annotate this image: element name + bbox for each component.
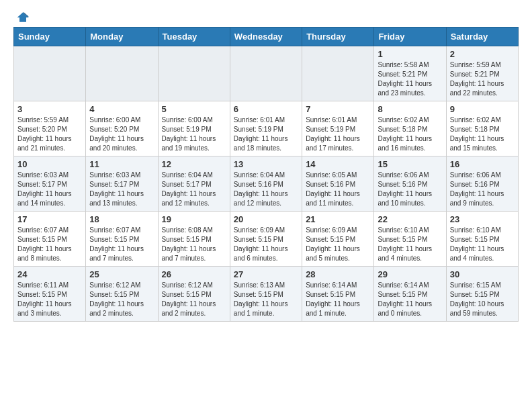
day-info: Sunrise: 6:07 AM Sunset: 5:15 PM Dayligh… [89, 226, 154, 263]
empty-cell [14, 46, 86, 101]
week-row-2: 3Sunrise: 5:59 AM Sunset: 5:20 PM Daylig… [14, 101, 519, 156]
day-cell-19: 19Sunrise: 6:08 AM Sunset: 5:15 PM Dayli… [158, 212, 230, 267]
day-cell-11: 11Sunrise: 6:03 AM Sunset: 5:17 PM Dayli… [86, 156, 158, 212]
day-cell-3: 3Sunrise: 5:59 AM Sunset: 5:20 PM Daylig… [14, 101, 86, 156]
day-cell-7: 7Sunrise: 6:01 AM Sunset: 5:19 PM Daylig… [302, 101, 374, 156]
calendar: SundayMondayTuesdayWednesdayThursdayFrid… [13, 27, 519, 322]
day-number: 2 [450, 49, 515, 59]
day-cell-15: 15Sunrise: 6:06 AM Sunset: 5:16 PM Dayli… [374, 156, 446, 212]
weekday-header-row: SundayMondayTuesdayWednesdayThursdayFrid… [14, 28, 519, 46]
day-number: 9 [450, 104, 515, 114]
day-info: Sunrise: 6:14 AM Sunset: 5:15 PM Dayligh… [378, 281, 442, 318]
day-number: 29 [378, 269, 442, 279]
day-number: 27 [234, 269, 298, 279]
day-info: Sunrise: 6:12 AM Sunset: 5:15 PM Dayligh… [162, 281, 226, 318]
empty-cell [86, 46, 158, 101]
day-info: Sunrise: 6:06 AM Sunset: 5:16 PM Dayligh… [450, 171, 515, 208]
day-number: 16 [450, 159, 515, 169]
day-cell-23: 23Sunrise: 6:10 AM Sunset: 5:15 PM Dayli… [446, 212, 518, 267]
day-info: Sunrise: 5:59 AM Sunset: 5:21 PM Dayligh… [450, 60, 515, 98]
day-info: Sunrise: 6:12 AM Sunset: 5:15 PM Dayligh… [89, 281, 154, 318]
day-number: 20 [234, 214, 298, 224]
day-number: 8 [378, 104, 442, 114]
day-info: Sunrise: 6:05 AM Sunset: 5:16 PM Dayligh… [306, 171, 370, 208]
day-cell-4: 4Sunrise: 6:00 AM Sunset: 5:20 PM Daylig… [86, 101, 158, 156]
day-info: Sunrise: 6:02 AM Sunset: 5:18 PM Dayligh… [378, 116, 442, 153]
week-row-3: 10Sunrise: 6:03 AM Sunset: 5:17 PM Dayli… [14, 156, 519, 212]
header [13, 11, 519, 21]
day-info: Sunrise: 6:00 AM Sunset: 5:19 PM Dayligh… [162, 116, 226, 153]
empty-cell [302, 46, 374, 101]
week-row-5: 24Sunrise: 6:11 AM Sunset: 5:15 PM Dayli… [14, 267, 519, 322]
day-info: Sunrise: 6:10 AM Sunset: 5:15 PM Dayligh… [450, 226, 515, 263]
day-info: Sunrise: 6:00 AM Sunset: 5:20 PM Dayligh… [89, 116, 154, 153]
day-cell-26: 26Sunrise: 6:12 AM Sunset: 5:15 PM Dayli… [158, 267, 230, 322]
empty-cell [158, 46, 230, 101]
day-cell-16: 16Sunrise: 6:06 AM Sunset: 5:16 PM Dayli… [446, 156, 518, 212]
day-cell-13: 13Sunrise: 6:04 AM Sunset: 5:16 PM Dayli… [230, 156, 302, 212]
week-row-1: 1Sunrise: 5:58 AM Sunset: 5:21 PM Daylig… [14, 46, 519, 101]
day-number: 26 [162, 269, 226, 279]
day-number: 19 [162, 214, 226, 224]
day-info: Sunrise: 6:15 AM Sunset: 5:15 PM Dayligh… [450, 281, 515, 318]
day-number: 10 [17, 159, 82, 169]
weekday-header-saturday: Saturday [446, 28, 518, 46]
day-info: Sunrise: 6:01 AM Sunset: 5:19 PM Dayligh… [234, 116, 298, 153]
day-cell-22: 22Sunrise: 6:10 AM Sunset: 5:15 PM Dayli… [374, 212, 446, 267]
day-info: Sunrise: 6:09 AM Sunset: 5:15 PM Dayligh… [306, 226, 370, 263]
day-cell-14: 14Sunrise: 6:05 AM Sunset: 5:16 PM Dayli… [302, 156, 374, 212]
weekday-header-sunday: Sunday [14, 28, 86, 46]
day-info: Sunrise: 6:06 AM Sunset: 5:16 PM Dayligh… [378, 171, 442, 208]
day-number: 17 [17, 214, 82, 224]
day-info: Sunrise: 6:11 AM Sunset: 5:15 PM Dayligh… [17, 281, 82, 318]
day-number: 23 [450, 214, 515, 224]
day-cell-1: 1Sunrise: 5:58 AM Sunset: 5:21 PM Daylig… [374, 46, 446, 101]
day-cell-29: 29Sunrise: 6:14 AM Sunset: 5:15 PM Dayli… [374, 267, 446, 322]
day-info: Sunrise: 6:14 AM Sunset: 5:15 PM Dayligh… [306, 281, 370, 318]
day-info: Sunrise: 6:04 AM Sunset: 5:16 PM Dayligh… [234, 171, 298, 208]
day-cell-28: 28Sunrise: 6:14 AM Sunset: 5:15 PM Dayli… [302, 267, 374, 322]
day-info: Sunrise: 6:03 AM Sunset: 5:17 PM Dayligh… [17, 171, 82, 208]
day-number: 5 [162, 104, 226, 114]
day-number: 18 [89, 214, 154, 224]
day-cell-8: 8Sunrise: 6:02 AM Sunset: 5:18 PM Daylig… [374, 101, 446, 156]
day-cell-30: 30Sunrise: 6:15 AM Sunset: 5:15 PM Dayli… [446, 267, 518, 322]
day-cell-5: 5Sunrise: 6:00 AM Sunset: 5:19 PM Daylig… [158, 101, 230, 156]
day-cell-18: 18Sunrise: 6:07 AM Sunset: 5:15 PM Dayli… [86, 212, 158, 267]
day-number: 25 [89, 269, 154, 279]
day-cell-20: 20Sunrise: 6:09 AM Sunset: 5:15 PM Dayli… [230, 212, 302, 267]
day-info: Sunrise: 6:09 AM Sunset: 5:15 PM Dayligh… [234, 226, 298, 263]
day-number: 3 [17, 104, 82, 114]
day-number: 13 [234, 159, 298, 169]
day-info: Sunrise: 6:01 AM Sunset: 5:19 PM Dayligh… [306, 116, 370, 153]
day-cell-2: 2Sunrise: 5:59 AM Sunset: 5:21 PM Daylig… [446, 46, 518, 101]
day-cell-25: 25Sunrise: 6:12 AM Sunset: 5:15 PM Dayli… [86, 267, 158, 322]
day-info: Sunrise: 6:03 AM Sunset: 5:17 PM Dayligh… [89, 171, 154, 208]
day-number: 21 [306, 214, 370, 224]
day-info: Sunrise: 6:02 AM Sunset: 5:18 PM Dayligh… [450, 116, 515, 153]
weekday-header-monday: Monday [86, 28, 158, 46]
day-number: 14 [306, 159, 370, 169]
day-info: Sunrise: 6:07 AM Sunset: 5:15 PM Dayligh… [17, 226, 82, 263]
day-info: Sunrise: 6:08 AM Sunset: 5:15 PM Dayligh… [162, 226, 226, 263]
day-number: 1 [378, 49, 442, 59]
day-cell-10: 10Sunrise: 6:03 AM Sunset: 5:17 PM Dayli… [14, 156, 86, 212]
day-number: 7 [306, 104, 370, 114]
day-number: 12 [162, 159, 226, 169]
day-number: 6 [234, 104, 298, 114]
day-info: Sunrise: 6:13 AM Sunset: 5:15 PM Dayligh… [234, 281, 298, 318]
day-number: 4 [89, 104, 154, 114]
day-cell-6: 6Sunrise: 6:01 AM Sunset: 5:19 PM Daylig… [230, 101, 302, 156]
weekday-header-thursday: Thursday [302, 28, 374, 46]
week-row-4: 17Sunrise: 6:07 AM Sunset: 5:15 PM Dayli… [14, 212, 519, 267]
logo-icon [16, 11, 30, 24]
weekday-header-tuesday: Tuesday [158, 28, 230, 46]
weekday-header-wednesday: Wednesday [230, 28, 302, 46]
day-info: Sunrise: 6:04 AM Sunset: 5:17 PM Dayligh… [162, 171, 226, 208]
page: SundayMondayTuesdayWednesdayThursdayFrid… [0, 0, 532, 330]
day-cell-27: 27Sunrise: 6:13 AM Sunset: 5:15 PM Dayli… [230, 267, 302, 322]
day-number: 15 [378, 159, 442, 169]
day-cell-12: 12Sunrise: 6:04 AM Sunset: 5:17 PM Dayli… [158, 156, 230, 212]
day-number: 11 [89, 159, 154, 169]
day-info: Sunrise: 6:10 AM Sunset: 5:15 PM Dayligh… [378, 226, 442, 263]
